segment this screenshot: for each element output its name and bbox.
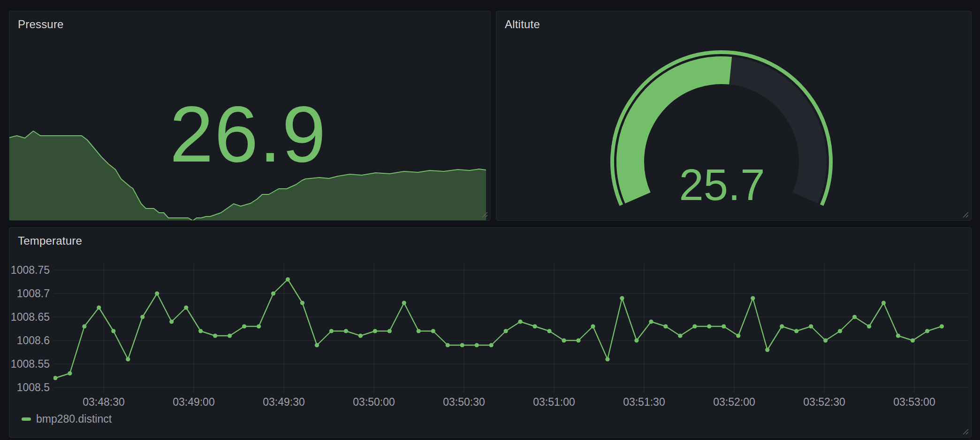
y-tick-label: 1008.6 — [17, 334, 50, 347]
pressure-panel-title[interactable]: Pressure — [18, 18, 64, 31]
temperature-data-point — [329, 329, 334, 333]
x-tick-label: 03:48:30 — [83, 396, 125, 409]
temperature-data-point — [794, 329, 798, 333]
temperature-data-point — [634, 338, 638, 342]
temperature-data-point — [213, 333, 217, 338]
legend-series-swatch — [22, 417, 31, 421]
temperature-data-point — [489, 343, 494, 347]
panel-resize-handle[interactable] — [961, 210, 969, 218]
temperature-data-point — [533, 324, 537, 328]
temperature-series-line — [55, 279, 942, 378]
x-tick-label: 03:49:30 — [263, 396, 305, 409]
y-tick-label: 1008.65 — [11, 311, 50, 324]
temperature-data-point — [68, 371, 72, 375]
temperature-data-point — [315, 343, 319, 347]
temperature-data-point — [896, 333, 900, 338]
temperature-x-axis: 03:48:3003:49:0003:49:3003:50:0003:50:30… — [53, 396, 968, 410]
panel-temperature: Temperature 1008.751008.71008.651008.610… — [9, 227, 972, 438]
x-tick-label: 03:53:00 — [893, 396, 935, 409]
temperature-data-point — [358, 333, 363, 338]
temperature-data-point — [155, 291, 159, 295]
temperature-data-point — [663, 324, 668, 328]
temperature-data-point — [518, 319, 523, 324]
x-tick-label: 03:52:00 — [713, 396, 755, 409]
x-tick-label: 03:51:30 — [623, 396, 665, 409]
temperature-data-point — [82, 324, 86, 328]
temperature-data-point — [605, 357, 609, 361]
legend-series-label: bmp280.distinct — [36, 413, 112, 425]
x-tick-label: 03:52:30 — [803, 396, 845, 409]
temperature-plot[interactable] — [53, 263, 968, 393]
temperature-data-point — [547, 329, 552, 333]
temperature-data-point — [431, 329, 435, 333]
temperature-legend-item[interactable]: bmp280.distinct — [22, 413, 112, 425]
panel-resize-handle[interactable] — [961, 427, 969, 435]
temperature-data-point — [169, 319, 174, 324]
x-tick-label: 03:51:00 — [533, 396, 575, 409]
panel-pressure: Pressure 26.9 — [9, 11, 491, 221]
temperature-data-point — [838, 329, 842, 333]
temperature-data-point — [271, 291, 275, 295]
temperature-data-point — [446, 343, 450, 347]
temperature-data-point — [591, 324, 595, 328]
temperature-data-point — [576, 338, 580, 342]
temperature-data-point — [925, 329, 929, 333]
temperature-data-point — [722, 324, 726, 328]
temperature-data-point — [198, 329, 203, 333]
temperature-data-point — [692, 324, 697, 328]
temperature-data-point — [765, 347, 769, 352]
temperature-data-point — [751, 296, 755, 300]
temperature-data-point — [242, 324, 246, 328]
temperature-panel-title[interactable]: Temperature — [18, 234, 82, 247]
temperature-data-point — [300, 301, 304, 305]
temperature-data-point — [881, 301, 886, 305]
temperature-data-point — [460, 343, 464, 347]
altitude-panel-title[interactable]: Altitute — [505, 18, 540, 31]
temperature-data-point — [286, 277, 290, 281]
panel-altitude: Altitute 25.7 — [496, 11, 972, 221]
temperature-data-point — [823, 338, 828, 342]
temperature-data-point — [940, 324, 944, 328]
temperature-data-point — [707, 324, 711, 328]
temperature-data-point — [852, 315, 857, 319]
temperature-data-point — [867, 324, 871, 328]
temperature-data-point — [562, 338, 566, 342]
y-tick-label: 1008.75 — [11, 264, 50, 277]
x-tick-label: 03:50:30 — [443, 396, 485, 409]
temperature-data-point — [140, 315, 144, 319]
temperature-data-point — [257, 324, 261, 328]
temperature-y-axis: 1008.751008.71008.651008.61008.551008.5 — [9, 263, 50, 393]
temperature-data-point — [678, 333, 682, 338]
temperature-data-point — [373, 329, 377, 333]
y-tick-label: 1008.55 — [11, 358, 50, 371]
temperature-data-point — [649, 319, 653, 324]
temperature-data-point — [911, 338, 915, 342]
temperature-data-point — [387, 329, 392, 333]
temperature-data-point — [126, 357, 130, 361]
y-tick-label: 1008.5 — [17, 381, 50, 394]
panel-resize-handle[interactable] — [480, 210, 488, 218]
temperature-data-point — [184, 305, 188, 309]
temperature-data-point — [736, 333, 740, 338]
temperature-data-point — [402, 301, 406, 305]
temperature-data-point — [97, 305, 101, 309]
temperature-data-point — [111, 329, 115, 333]
temperature-data-point — [417, 329, 421, 333]
altitude-gauge-value: 25.7 — [679, 163, 765, 207]
x-tick-label: 03:49:00 — [173, 396, 215, 409]
temperature-data-point — [344, 329, 348, 333]
temperature-data-point — [53, 376, 58, 380]
temperature-data-point — [620, 296, 624, 300]
temperature-data-point — [504, 329, 508, 333]
y-tick-label: 1008.7 — [17, 287, 50, 300]
dashboard: Pressure 26.9 Altitute 25.7 Temperature … — [0, 0, 980, 440]
temperature-data-point — [475, 343, 479, 347]
temperature-data-point — [809, 324, 813, 328]
pressure-stat-value: 26.9 — [170, 95, 327, 174]
x-tick-label: 03:50:00 — [353, 396, 395, 409]
temperature-data-point — [780, 324, 784, 328]
temperature-data-point — [228, 333, 232, 338]
